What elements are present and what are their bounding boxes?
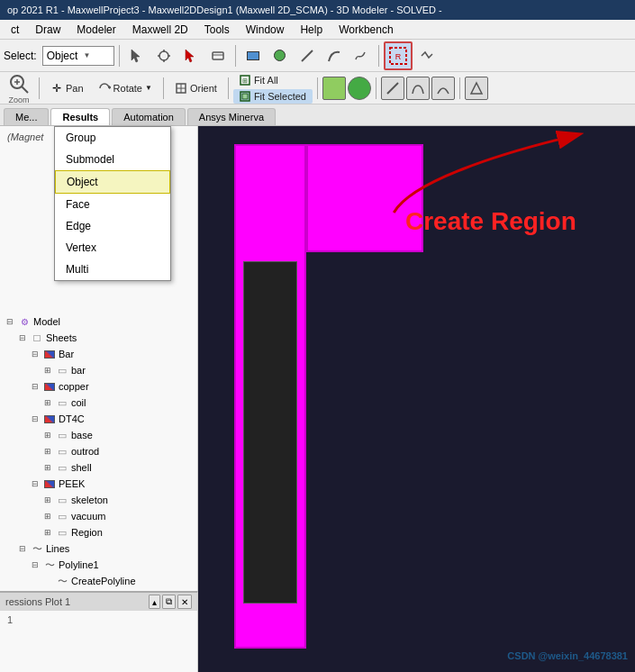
expander-peek: ⊟ [29,477,41,490]
curve-tool-button[interactable] [406,77,430,100]
menu-maxwell2d[interactable]: Maxwell 2D [125,22,195,38]
svg-rect-24 [242,94,248,99]
dock-pin-button[interactable]: ▴ [149,595,160,609]
select-dropdown[interactable]: Object [42,46,114,66]
svg-text:R: R [395,52,401,61]
dropdown-face[interactable]: Face [55,194,170,215]
tree-node-model[interactable]: ⊟ ⚙ Model [4,313,194,330]
expander-skeleton: ⊞ [41,494,54,506]
svg-line-9 [302,50,313,61]
line-tool-button[interactable] [381,77,404,100]
tab-ansys-minerva[interactable]: Ansys Minerva [187,108,276,125]
region-icon: ▭ [55,525,69,540]
expander-sheets: ⊟ [16,331,29,344]
create-region-button[interactable]: R [384,41,413,70]
tab-me[interactable]: Me... [4,108,49,125]
connect-tool-button[interactable] [431,77,455,100]
green-rect-button[interactable] [322,77,346,100]
tab-automation[interactable]: Automation [112,108,186,125]
tree-node-bar[interactable]: ⊟ Bar [29,346,194,362]
fit-all-icon: ⊞ [240,75,250,86]
menu-modeler[interactable]: Modeler [69,22,122,38]
sheets-icon: □ [30,331,44,345]
menu-draw[interactable]: Draw [28,22,68,38]
label-copper: copper [59,381,89,392]
svg-marker-6 [186,50,194,62]
skeleton-icon: ▭ [55,493,69,507]
menu-workbench[interactable]: Workbench [331,22,400,38]
tree-node-dt4c[interactable]: ⊟ DT4C [29,411,194,427]
tree-node-skeleton[interactable]: ⊞ ▭ skeleton [41,492,194,508]
freehand-button[interactable] [349,43,374,68]
expander-region: ⊞ [41,526,54,539]
dropdown-vertex[interactable]: Vertex [55,237,170,259]
tree-node-lines[interactable]: ⊟ 〜 Lines [16,540,194,557]
title-bar: op 2021 R1 - MaxwellProject3 - Maxwell2D… [0,0,635,20]
separator-9 [459,77,460,99]
tree-node-outrod[interactable]: ⊞ ▭ outrod [41,443,194,459]
menu-window[interactable]: Window [239,22,292,38]
icon-btn-4[interactable] [205,43,231,68]
line-button[interactable] [295,43,320,68]
bottom-label-text: 1 [7,614,13,625]
menu-tools[interactable]: Tools [197,22,237,38]
select-tool-button[interactable] [151,43,177,68]
create-region-text: Create Region [405,207,576,235]
dropdown-object[interactable]: Object [55,170,170,194]
menu-help[interactable]: Help [293,22,330,38]
tree-node-coil[interactable]: ⊞ ▭ coil [41,395,194,411]
fit-all-label: Fit All [254,75,278,86]
tree-node-vacuum[interactable]: ⊞ ▭ vacuum [41,508,194,524]
tree-node-bar-child[interactable]: ⊞ ▭ bar [41,362,194,378]
menu-ct[interactable]: ct [4,22,26,38]
separator-1 [119,45,120,67]
dock-close-button[interactable]: ✕ [177,595,192,609]
green-circle-button[interactable] [348,77,371,100]
tree-node-shell[interactable]: ⊞ ▭ shell [41,459,194,476]
vacuum-icon: ▭ [55,509,69,523]
label-coil: coil [71,397,86,408]
svg-line-25 [387,83,398,94]
tree-node-peek[interactable]: ⊟ PEEK [29,476,194,492]
orient-button[interactable]: Orient [168,78,223,98]
svg-text:⊞: ⊞ [242,77,248,84]
tree-node-copper[interactable]: ⊟ copper [29,378,194,395]
tree-node-polyline1[interactable]: ⊟ 〜 Polyline1 [29,557,194,573]
polyline1-icon: 〜 [42,558,57,572]
circle-button[interactable] [268,43,293,68]
dropdown-group[interactable]: Group [55,127,170,149]
rotate-arrow: ▼ [145,84,152,92]
pan-button[interactable]: ✛ Pan [44,78,90,98]
dropdown-multi[interactable]: Multi [55,259,170,280]
expander-lines: ⊟ [16,542,29,555]
dock-float-button[interactable]: ⧉ [162,595,176,609]
label-bar-child: bar [71,365,86,376]
icon-btn-extra[interactable] [414,43,440,68]
watermark: CSDN @weixin_44678381 [507,650,628,661]
fit-all-button[interactable]: ⊞ Fit All [233,73,313,87]
select-dropdown-menu: Group Submodel Object Face Edge Vertex M… [54,126,171,281]
dropdown-edge[interactable]: Edge [55,215,170,237]
pan-icon: ✛ [50,82,63,95]
separator-3 [378,45,379,67]
curve-button[interactable] [322,43,347,68]
label-sheets: Sheets [46,332,77,343]
cursor-button[interactable] [124,43,150,68]
tree-node-createpolyline[interactable]: ⊞ 〜 CreatePolyline [41,573,194,589]
rotate-button[interactable]: Rotate ▼ [92,78,159,98]
tree-node-sheets[interactable]: ⊟ □ Sheets [16,330,194,346]
expander-polyline1: ⊟ [29,558,41,571]
deselect-button[interactable] [178,43,204,68]
tree-node-base[interactable]: ⊞ ▭ base [41,427,194,443]
tab-results[interactable]: Results [50,108,110,125]
rectangle-button[interactable] [240,43,266,68]
dropdown-submodel[interactable]: Submodel [55,149,170,170]
label-outrod: outrod [71,446,99,457]
tree-node-region[interactable]: ⊞ ▭ Region [41,524,194,540]
label-region: Region [71,527,103,538]
boat-tool-button[interactable] [465,77,488,100]
separator-8 [376,77,376,99]
separator-2 [235,45,236,67]
svg-line-13 [22,86,28,93]
fit-selected-button[interactable]: Fit Selected [233,89,313,104]
